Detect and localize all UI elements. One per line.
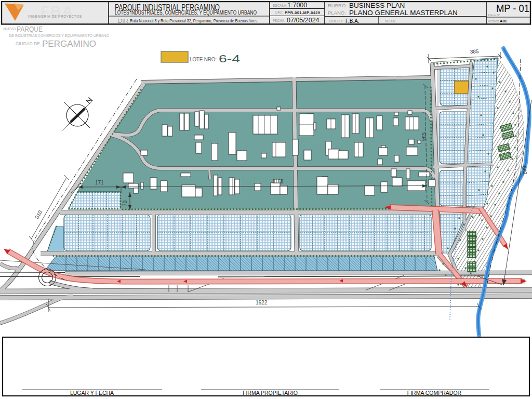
svg-text:FIRMA PROPIETARIO: FIRMA PROPIETARIO: [243, 390, 298, 396]
svg-text:Ruta Nacional 8 y Ruta Provinc: Ruta Nacional 8 y Ruta Provincial 32, Pe…: [130, 18, 257, 23]
svg-text:A01: A01: [500, 19, 507, 23]
svg-text:DIBUJO:: DIBUJO:: [329, 19, 343, 23]
svg-text:ESCALA:: ESCALA:: [273, 4, 287, 7]
svg-text:Version: Version: [488, 19, 499, 23]
svg-text:385: 385: [470, 48, 480, 55]
svg-text:PLANO GENERAL MASTERPLAN: PLANO GENERAL MASTERPLAN: [349, 9, 458, 17]
svg-text:BUSINESS PLAN: BUSINESS PLAN: [349, 2, 405, 9]
svg-text:MP - 01: MP - 01: [496, 2, 529, 14]
svg-text:1622: 1622: [256, 300, 268, 305]
svg-text:DE INDUSTRIAS COMERCIOS Y EQUI: DE INDUSTRIAS COMERCIOS Y EQUIPAMIENTO U…: [9, 33, 109, 38]
svg-text:PLANO:: PLANO:: [328, 10, 346, 16]
svg-text:PPR-001-MP-0429: PPR-001-MP-0429: [285, 10, 320, 15]
svg-text:CAD:: CAD:: [275, 10, 283, 14]
svg-text:534: 534: [421, 132, 427, 142]
svg-text:DIR:: DIR:: [118, 18, 130, 24]
svg-text:LUGAR Y FECHA: LUGAR Y FECHA: [70, 390, 114, 396]
svg-text:Plano N°: Plano N°: [488, 14, 500, 17]
svg-text:PERGAMINO: PERGAMINO: [42, 39, 96, 49]
svg-text:1:7000: 1:7000: [287, 2, 307, 9]
svg-text:PARQUE: PARQUE: [17, 24, 43, 33]
svg-text:6-4: 6-4: [219, 52, 240, 64]
svg-text:F.B.A.: F.B.A.: [345, 18, 360, 24]
svg-text:NOTA:: NOTA:: [385, 19, 396, 23]
svg-text:1188: 1188: [272, 179, 284, 184]
svg-text:07/05/2024: 07/05/2024: [287, 17, 320, 24]
svg-text:FECHA:: FECHA:: [273, 19, 285, 22]
svg-text:LOTE NRO:: LOTE NRO:: [190, 57, 217, 62]
svg-text:LOTES INDUSTRIALES, COMERCIALE: LOTES INDUSTRIALES, COMERCIALES, Y EQUIP…: [115, 10, 257, 16]
svg-text:RUBRO:: RUBRO:: [328, 3, 347, 8]
svg-text:INGENIERIA DE PROYECTOS: INGENIERIA DE PROYECTOS: [28, 15, 82, 18]
svg-text:NUEVO: NUEVO: [3, 26, 16, 31]
svg-text:FIRMA COMPRADOR: FIRMA COMPRADOR: [407, 390, 462, 396]
svg-text:171: 171: [95, 180, 104, 185]
svg-text:70: 70: [122, 200, 128, 206]
svg-text:CIUDAD DE: CIUDAD DE: [16, 41, 40, 46]
